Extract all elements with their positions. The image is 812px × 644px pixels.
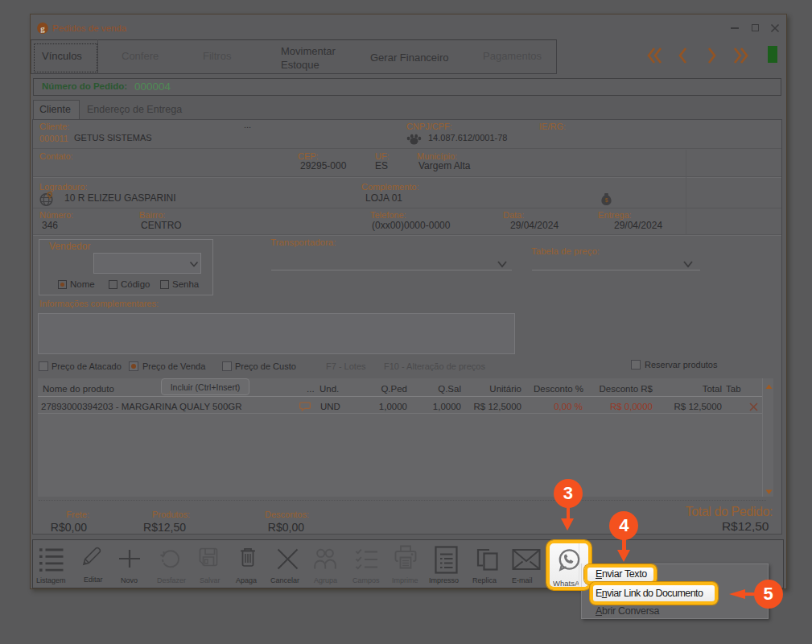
svg-text:g: g <box>40 23 45 33</box>
svg-text:$: $ <box>605 197 608 204</box>
